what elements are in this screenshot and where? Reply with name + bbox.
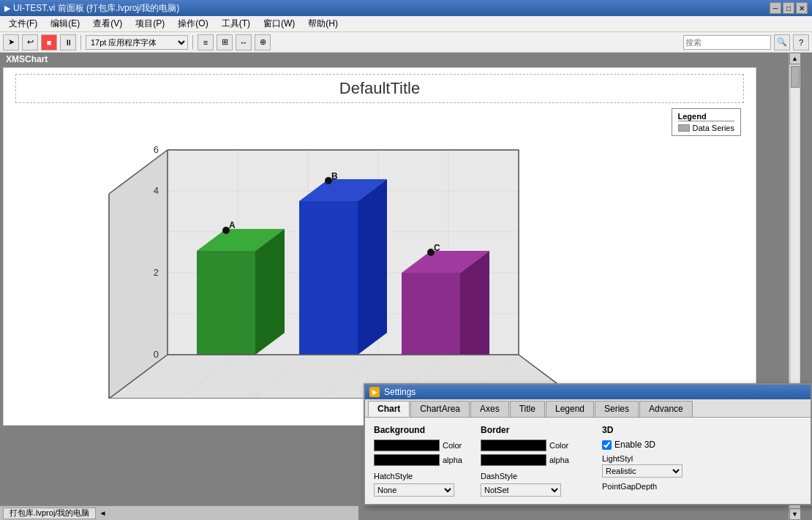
tab-axes[interactable]: Axes bbox=[470, 401, 509, 417]
enable-3d-label: Enable 3D bbox=[614, 440, 655, 450]
tab-title[interactable]: Title bbox=[510, 401, 545, 417]
svg-text:B: B bbox=[331, 171, 338, 181]
toolbar-pause-btn[interactable]: ⏸ bbox=[60, 34, 76, 50]
menu-item-e[interactable]: 编辑(E) bbox=[45, 16, 86, 31]
scroll-up-button[interactable]: ▲ bbox=[789, 53, 801, 64]
order-btn[interactable]: ⊕ bbox=[255, 34, 271, 50]
menu-item-v[interactable]: 查看(V) bbox=[87, 16, 128, 31]
chart-area: DefaultTitle Legend Data Series bbox=[3, 67, 756, 426]
help-button[interactable]: ? bbox=[793, 34, 809, 50]
dash-style-label-row: DashStyle bbox=[481, 472, 590, 481]
menu-bar: 文件(F)编辑(E)查看(V)项目(P)操作(O)工具(T)窗口(W)帮助(H) bbox=[0, 16, 812, 32]
background-section: Background Color alpha HatchStyle None bbox=[374, 425, 469, 497]
svg-rect-37 bbox=[197, 251, 255, 355]
xms-chart-label: XMSChart bbox=[0, 53, 800, 66]
menu-item-o[interactable]: 操作(O) bbox=[172, 16, 214, 31]
legend-item: Data Series bbox=[678, 124, 734, 132]
hatch-style-label: HatchStyle bbox=[374, 472, 413, 481]
settings-title: Settings bbox=[384, 387, 416, 397]
border-header: Border bbox=[481, 425, 590, 435]
status-arrow[interactable]: ◄ bbox=[99, 509, 106, 517]
bg-color-row: Color bbox=[374, 440, 469, 451]
pointgapdepth-label-row: PointGapDepth bbox=[602, 482, 712, 491]
menu-item-p[interactable]: 项目(P) bbox=[129, 16, 170, 31]
svg-rect-42 bbox=[299, 201, 358, 355]
search-button[interactable]: 🔍 bbox=[774, 34, 790, 50]
legend-color-swatch bbox=[678, 124, 690, 132]
maximize-button[interactable]: □ bbox=[783, 2, 794, 14]
border-color-swatch[interactable] bbox=[481, 440, 546, 451]
title-bar-controls: ─ □ ✕ bbox=[770, 2, 808, 14]
threed-header: 3D bbox=[602, 425, 712, 435]
lightstyle-dropdown[interactable]: Realistic bbox=[602, 464, 683, 478]
window-title: UI-TEST.vi 前面板 (打包库.lvproj/我的电脑) bbox=[13, 2, 179, 15]
tab-legend[interactable]: Legend bbox=[546, 401, 594, 417]
enable-3d-checkbox[interactable] bbox=[602, 440, 612, 450]
tab-chart[interactable]: Chart bbox=[368, 401, 410, 417]
border-color-row: Color bbox=[481, 440, 590, 451]
close-button[interactable]: ✕ bbox=[796, 2, 808, 14]
toolbar-redo-btn[interactable]: ↩ bbox=[22, 34, 38, 50]
title-bar: ▶ UI-TEST.vi 前面板 (打包库.lvproj/我的电脑) ─ □ ✕ bbox=[0, 0, 812, 16]
status-path: 打包库.lvproj/我的电脑 bbox=[3, 508, 96, 519]
dist-btn[interactable]: ⊞ bbox=[217, 34, 233, 50]
hatch-style-dropdown[interactable]: None bbox=[374, 483, 454, 497]
border-color-label: Color bbox=[549, 441, 568, 450]
font-selector[interactable]: 17pt 应用程序字体 bbox=[86, 35, 188, 50]
settings-tabs: Chart ChartArea Axes Title Legend Series… bbox=[365, 399, 811, 418]
scroll-down-button[interactable]: ▼ bbox=[789, 508, 801, 520]
legend-series-label: Data Series bbox=[693, 124, 734, 132]
chart-svg: 6 4 2 0 0 1 2 3 4 bbox=[4, 106, 756, 399]
menu-item-f[interactable]: 文件(F) bbox=[3, 16, 43, 31]
settings-icon: ▶ bbox=[369, 387, 380, 397]
svg-text:A: A bbox=[229, 220, 236, 230]
settings-titlebar: ▶ Settings bbox=[365, 385, 811, 399]
search-input[interactable] bbox=[683, 35, 771, 50]
separator-1 bbox=[80, 35, 81, 50]
settings-sections-row: Background Color alpha HatchStyle None bbox=[374, 425, 802, 497]
tab-advance[interactable]: Advance bbox=[639, 401, 693, 417]
menu-item-t[interactable]: 工具(T) bbox=[216, 16, 256, 31]
hatch-style-row: HatchStyle bbox=[374, 472, 469, 481]
legend-title: Legend bbox=[678, 112, 734, 121]
toolbar-stop-btn[interactable]: ■ bbox=[41, 34, 57, 50]
border-alpha-swatch[interactable] bbox=[481, 454, 546, 466]
svg-text:2: 2 bbox=[154, 267, 159, 278]
pointgapdepth-label: PointGapDepth bbox=[602, 482, 657, 491]
menu-item-h[interactable]: 帮助(H) bbox=[302, 16, 344, 31]
hatch-dropdown-row: None bbox=[374, 483, 469, 497]
scroll-thumb[interactable] bbox=[791, 66, 800, 88]
dash-dropdown-row: NotSet bbox=[481, 483, 590, 497]
tab-series[interactable]: Series bbox=[595, 401, 639, 417]
chart-title: DefaultTitle bbox=[15, 74, 744, 103]
toolbar: ➤ ↩ ■ ⏸ 17pt 应用程序字体 ≡ ⊞ ↔ ⊕ 🔍 ? bbox=[0, 32, 812, 53]
menu-item-w[interactable]: 窗口(W) bbox=[257, 16, 301, 31]
lightstyle-dropdown-row: Realistic bbox=[602, 464, 712, 478]
svg-marker-44 bbox=[358, 179, 387, 355]
settings-content: Background Color alpha HatchStyle None bbox=[365, 418, 811, 504]
svg-rect-47 bbox=[402, 273, 460, 355]
border-alpha-row: alpha bbox=[481, 454, 590, 466]
minimize-button[interactable]: ─ bbox=[770, 2, 781, 14]
bg-color-swatch[interactable] bbox=[374, 440, 440, 451]
size-btn[interactable]: ↔ bbox=[236, 34, 252, 50]
status-bar: 打包库.lvproj/我的电脑 ◄ bbox=[0, 505, 358, 520]
bg-color-label: Color bbox=[443, 441, 462, 450]
svg-text:C: C bbox=[434, 243, 440, 253]
background-header: Background bbox=[374, 425, 469, 435]
border-alpha-label: alpha bbox=[549, 456, 569, 464]
border-section: Border Color alpha DashStyle NotSet bbox=[481, 425, 590, 497]
legend-box: Legend Data Series bbox=[672, 108, 741, 136]
align-btn[interactable]: ≡ bbox=[198, 34, 214, 50]
dash-style-dropdown[interactable]: NotSet bbox=[481, 483, 561, 497]
bg-alpha-label: alpha bbox=[443, 456, 462, 464]
svg-text:6: 6 bbox=[154, 144, 159, 155]
svg-text:0: 0 bbox=[154, 349, 159, 360]
toolbar-forward-btn[interactable]: ➤ bbox=[3, 34, 19, 50]
bg-alpha-swatch[interactable] bbox=[374, 454, 440, 466]
bg-alpha-row: alpha bbox=[374, 454, 469, 466]
title-bar-left: ▶ UI-TEST.vi 前面板 (打包库.lvproj/我的电脑) bbox=[4, 2, 179, 15]
lightstyle-label-row: LightStyl bbox=[602, 454, 712, 463]
svg-marker-39 bbox=[255, 229, 285, 355]
tab-chartarea[interactable]: ChartArea bbox=[410, 401, 470, 417]
